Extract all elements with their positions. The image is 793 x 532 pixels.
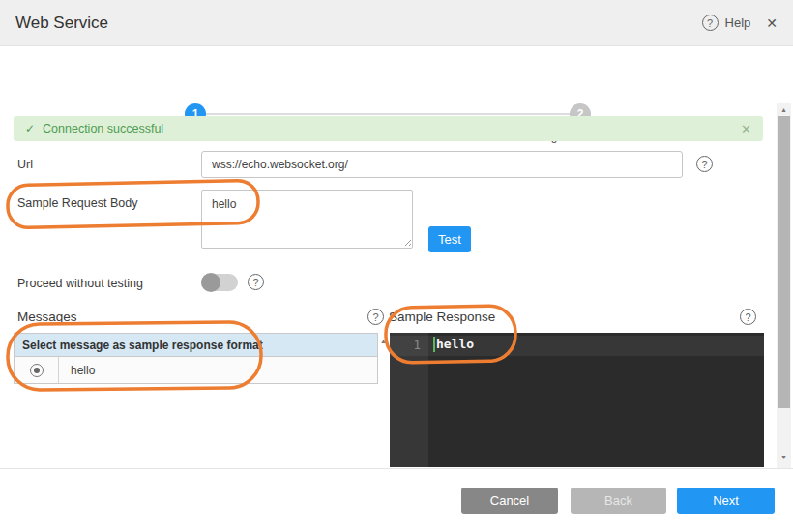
- content-divider: [0, 468, 793, 469]
- help-icon[interactable]: ?: [702, 15, 719, 31]
- cancel-button[interactable]: Cancel: [461, 488, 558, 514]
- messages-title: Messages: [17, 310, 77, 324]
- vertical-scrollbar[interactable]: ▲ ▼: [777, 103, 791, 468]
- sample-response-title: Sample Response: [389, 310, 495, 324]
- toggle-knob: [201, 273, 220, 292]
- check-icon: ✓: [25, 122, 35, 135]
- wizard-stepper: 1 Test Connection 2 Configure WebSocket: [0, 46, 793, 103]
- radio-selected-icon[interactable]: [30, 364, 44, 377]
- url-label: Url: [17, 158, 33, 171]
- next-button[interactable]: Next: [677, 488, 775, 514]
- dialog-title: Web Service: [15, 14, 108, 33]
- proceed-toggle[interactable]: [201, 274, 238, 291]
- editor-line-text: hello: [436, 337, 474, 351]
- editor-line-number: 1: [390, 338, 421, 352]
- messages-table-header: Select message as sample response format: [15, 334, 377, 357]
- sample-request-label: Sample Request Body: [17, 196, 137, 210]
- url-input[interactable]: [201, 151, 683, 178]
- success-banner-text: Connection successful: [43, 122, 163, 135]
- test-button[interactable]: Test: [428, 226, 471, 252]
- scrollbar-thumb[interactable]: [778, 116, 790, 408]
- sample-response-help-icon[interactable]: ?: [740, 309, 756, 325]
- messages-help-icon[interactable]: ?: [367, 309, 384, 325]
- proceed-help-icon[interactable]: ?: [248, 274, 264, 290]
- back-button[interactable]: Back: [571, 488, 666, 514]
- editor-caret: [433, 337, 435, 352]
- dialog-titlebar: Web Service ? Help ✕: [0, 0, 793, 46]
- success-banner: ✓ Connection successful ✕: [14, 116, 763, 141]
- sample-response-editor[interactable]: 1 hello: [390, 333, 764, 467]
- close-icon[interactable]: ✕: [766, 15, 778, 31]
- table-row[interactable]: hello: [15, 357, 377, 383]
- message-text: hello: [59, 357, 377, 383]
- messages-table: Select message as sample response format…: [14, 333, 378, 384]
- banner-close-icon[interactable]: ✕: [741, 122, 751, 136]
- proceed-label: Proceed without testing: [17, 277, 143, 290]
- url-help-icon[interactable]: ?: [696, 156, 713, 172]
- sample-request-textarea[interactable]: hello: [201, 190, 413, 249]
- stepper-connector: [206, 113, 571, 115]
- messages-scroll-up-icon[interactable]: ▲: [380, 338, 387, 344]
- scroll-up-icon[interactable]: ▲: [777, 106, 791, 113]
- message-radio-cell[interactable]: [15, 357, 59, 383]
- scroll-down-icon[interactable]: ▼: [777, 454, 791, 460]
- help-link[interactable]: Help: [725, 15, 751, 30]
